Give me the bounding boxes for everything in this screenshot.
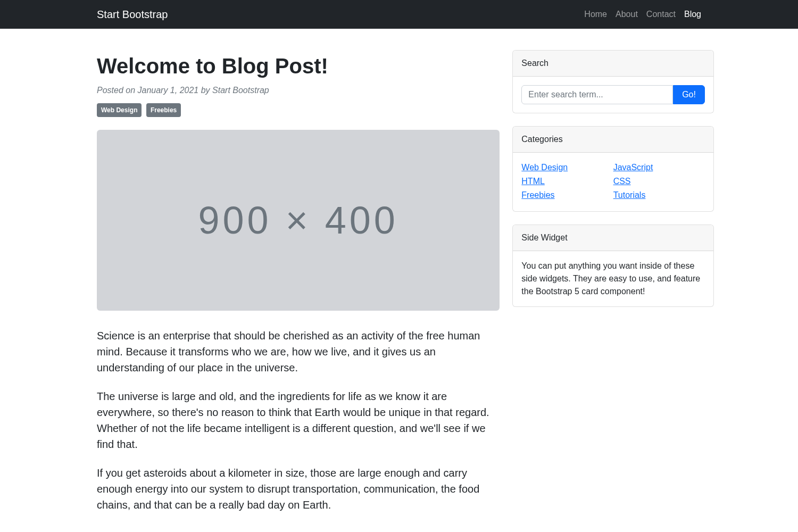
side-widget-card: Side Widget You can put anything you wan… — [512, 225, 714, 307]
category-link-css[interactable]: CSS — [613, 177, 631, 186]
search-input[interactable] — [521, 85, 673, 104]
category-link-web-design[interactable]: Web Design — [521, 163, 568, 172]
category-link-javascript[interactable]: JavaScript — [613, 163, 653, 172]
search-input-group: Go! — [521, 85, 705, 104]
post-badges: Web Design Freebies — [97, 103, 500, 117]
post-content: Science is an enterprise that should be … — [97, 328, 500, 513]
search-card: Search Go! — [512, 50, 714, 113]
sidebar-column: Search Go! Categories Web Design — [512, 50, 714, 526]
categories-card: Categories Web Design HTML Freebies — [512, 126, 714, 212]
nav-link-blog[interactable]: Blog — [684, 10, 701, 19]
search-button[interactable]: Go! — [673, 85, 705, 104]
blog-post: Welcome to Blog Post! Posted on January … — [97, 50, 500, 513]
nav-link-about[interactable]: About — [616, 10, 638, 19]
navbar-brand[interactable]: Start Bootstrap — [97, 6, 168, 22]
navbar: Start Bootstrap Home About Contact Blog — [0, 0, 798, 29]
post-paragraph: If you get asteroids about a kilometer i… — [97, 465, 500, 513]
nav-link-home[interactable]: Home — [584, 10, 607, 19]
categories-header: Categories — [513, 127, 713, 153]
categories-list-col2: JavaScript CSS Tutorials — [613, 161, 705, 202]
post-title: Welcome to Blog Post! — [97, 50, 500, 82]
category-link-html[interactable]: HTML — [521, 177, 545, 186]
main-column: Welcome to Blog Post! Posted on January … — [97, 50, 500, 526]
side-widget-header: Side Widget — [513, 225, 713, 251]
badge-freebies[interactable]: Freebies — [146, 103, 181, 117]
post-meta: Posted on January 1, 2021 by Start Boots… — [97, 84, 500, 97]
post-image: 900 × 400 — [97, 130, 500, 311]
category-link-freebies[interactable]: Freebies — [521, 190, 554, 200]
search-header: Search — [513, 51, 713, 77]
nav-link-contact[interactable]: Contact — [646, 10, 676, 19]
post-paragraph: Science is an enterprise that should be … — [97, 328, 500, 376]
category-link-tutorials[interactable]: Tutorials — [613, 190, 646, 200]
post-paragraph: The universe is large and old, and the i… — [97, 388, 500, 452]
categories-list-col1: Web Design HTML Freebies — [521, 161, 613, 202]
post-header: Welcome to Blog Post! Posted on January … — [97, 50, 500, 117]
navbar-nav: Home About Contact Blog — [584, 8, 701, 21]
side-widget-text: You can put anything you want inside of … — [521, 260, 705, 298]
badge-web-design[interactable]: Web Design — [97, 103, 142, 117]
post-image-placeholder-text: 900 × 400 — [198, 192, 398, 249]
